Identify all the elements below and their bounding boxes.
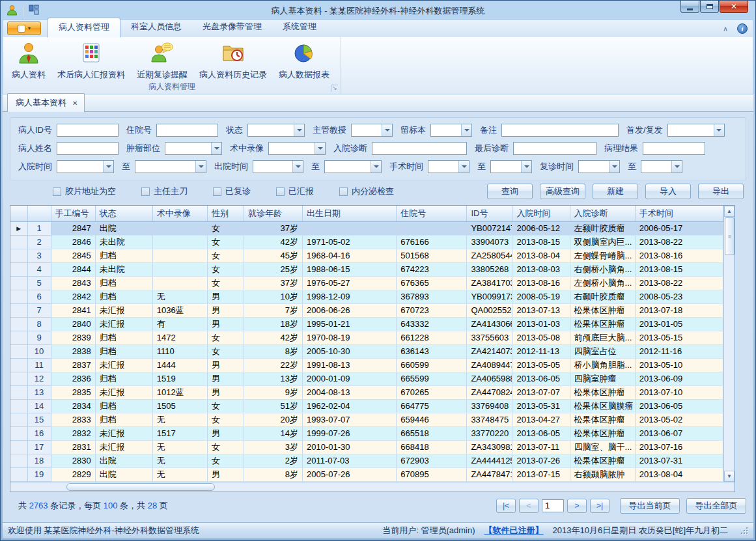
combo-arrow-icon[interactable] <box>315 143 325 154</box>
table-row[interactable]: 172831未汇报无女3岁2010-01-30668418ZA343098120… <box>10 440 723 454</box>
column-header[interactable]: 入院诊断 <box>570 206 635 221</box>
combo-arrow-icon[interactable] <box>609 161 619 173</box>
action-button-1[interactable]: 查询 <box>487 184 533 199</box>
resize-grip-icon[interactable] <box>741 527 748 534</box>
ribbon-button-3[interactable]: 近期复诊提醒 <box>131 39 193 82</box>
filter-input-2-5[interactable] <box>513 142 596 155</box>
table-row[interactable]: 92839归档1472女42岁1970-08-19661228337556032… <box>10 331 723 344</box>
table-row[interactable]: 102838归档1110女8岁2005-10-30636143ZA4214073… <box>10 344 723 358</box>
ribbon-button-4[interactable]: 病人资料历史记录 <box>193 39 273 82</box>
filter-input-1-2[interactable] <box>156 124 218 137</box>
column-header[interactable]: 术中录像 <box>152 206 207 221</box>
filter-input-1-1[interactable] <box>57 124 119 137</box>
combo-arrow-icon[interactable] <box>103 161 113 173</box>
filter-combo-2-2[interactable] <box>165 142 222 155</box>
column-header[interactable] <box>10 206 27 221</box>
ribbon-button-1[interactable]: 病人资料 <box>6 39 51 82</box>
doc-tab-close-icon[interactable]: ✕ <box>72 100 77 107</box>
next-page-button[interactable]: > <box>567 499 587 513</box>
filter-input-2-6[interactable] <box>643 142 705 155</box>
filter-combo-3-4[interactable] <box>324 160 382 173</box>
checkbox-box[interactable] <box>53 187 61 196</box>
page-number-input[interactable] <box>542 499 564 512</box>
first-page-button[interactable]: |< <box>496 499 516 513</box>
vertical-scroll-thumb[interactable]: ≡ <box>725 217 735 255</box>
last-page-button[interactable]: >| <box>590 499 609 513</box>
filter-combo-1-4[interactable] <box>351 124 393 137</box>
combo-arrow-icon[interactable] <box>294 124 304 136</box>
info-icon[interactable]: i <box>737 23 748 34</box>
horizontal-scroll-thumb[interactable] <box>66 483 215 491</box>
app-menu-button[interactable]: ▾ <box>7 21 41 35</box>
column-header[interactable] <box>27 206 51 221</box>
ribbon-tab-4[interactable]: 系统管理 <box>272 18 327 37</box>
scroll-down-icon[interactable]: ▼ <box>724 471 735 482</box>
filter-combo-3-2[interactable] <box>135 160 206 173</box>
table-row[interactable]: 132835未汇报1012蓝男9岁2004-08-13670265ZA44708… <box>10 385 723 399</box>
column-header[interactable]: 入院时间 <box>512 206 570 221</box>
action-button-4[interactable]: 导入 <box>645 184 691 199</box>
table-row[interactable]: 32845归档女45岁1968-04-16501568ZA25805442013… <box>10 249 723 262</box>
column-header[interactable]: 性别 <box>207 206 244 221</box>
filter-input-2-4[interactable] <box>372 142 467 155</box>
combo-arrow-icon[interactable] <box>195 161 206 173</box>
filter-combo-3-7[interactable] <box>578 160 620 173</box>
column-header[interactable]: 状态 <box>95 206 152 221</box>
dialog-launcher-icon[interactable]: ↘ <box>331 85 338 92</box>
table-row[interactable]: 62842归档无男10岁1998-12-09367893YB0099173200… <box>10 290 723 303</box>
ribbon-button-5[interactable]: 病人数据报表 <box>273 39 335 82</box>
ribbon-button-2[interactable]: 术后病人汇报资料 <box>51 39 131 82</box>
doc-tab-patient-basic-info[interactable]: 病人基本资料 ✕ <box>7 93 85 112</box>
table-row[interactable]: 142834归档1505女51岁1962-02-0466477533769408… <box>10 399 723 413</box>
filter-combo-3-1[interactable] <box>57 160 114 173</box>
filter-input-1-6[interactable] <box>501 124 619 137</box>
export-all-pages-button[interactable]: 导出全部页 <box>686 498 746 514</box>
ribbon-tab-3[interactable]: 光盘录像带管理 <box>192 18 272 37</box>
combo-arrow-icon[interactable] <box>211 143 221 154</box>
column-header[interactable]: ID号 <box>467 206 512 221</box>
table-row[interactable]: 162832未汇报1517男14岁1999-07-266655183377022… <box>10 426 723 440</box>
filter-input-2-1[interactable] <box>57 142 119 155</box>
close-button[interactable]: ✕ <box>720 1 748 13</box>
column-header[interactable]: 住院号 <box>397 206 467 221</box>
combo-arrow-icon[interactable] <box>458 161 469 173</box>
filter-combo-1-3[interactable] <box>247 124 305 137</box>
action-button-2[interactable]: 高级查询 <box>540 184 585 199</box>
table-row[interactable]: 152833归档无女20岁1993-07-0765944633748475201… <box>10 413 723 426</box>
table-row[interactable]: 182830出院无女2岁2011-07-03672903ZA4444125201… <box>10 454 723 467</box>
table-row[interactable]: 112837未汇报1444男22岁1991-08-13660599ZA40894… <box>10 358 723 372</box>
maximize-button[interactable] <box>700 1 719 13</box>
column-header[interactable]: 出生日期 <box>303 206 397 221</box>
prev-page-button[interactable]: < <box>519 499 539 513</box>
checkbox-box[interactable] <box>276 187 285 196</box>
combo-arrow-icon[interactable] <box>521 161 531 173</box>
checkbox-5[interactable]: 内分泌检查 <box>339 186 394 197</box>
checkbox-box[interactable] <box>213 187 221 196</box>
table-row[interactable]: ▶12847出院女37岁YB00721472006-05-12左额叶胶质瘤200… <box>10 221 723 235</box>
scroll-up-icon[interactable]: ▲ <box>724 206 735 217</box>
checkbox-1[interactable]: 胶片地址为空 <box>53 186 116 197</box>
filter-combo-1-7[interactable] <box>667 124 725 137</box>
registered-link[interactable]: 【软件已注册】 <box>484 525 544 536</box>
export-current-page-button[interactable]: 导出当前页 <box>620 498 680 514</box>
checkbox-box[interactable] <box>141 187 150 196</box>
combo-arrow-icon[interactable] <box>714 124 724 136</box>
filter-combo-3-3[interactable] <box>253 160 303 173</box>
ribbon-tab-2[interactable]: 科室人员信息 <box>120 18 192 37</box>
column-header[interactable]: 手工编号 <box>51 206 95 221</box>
checkbox-3[interactable]: 已复诊 <box>213 186 251 197</box>
filter-combo-3-5[interactable] <box>428 160 469 173</box>
combo-arrow-icon[interactable] <box>292 161 303 173</box>
table-row[interactable]: 82840未汇报有男18岁1995-01-21643332ZA414306620… <box>10 317 723 331</box>
table-row[interactable]: 122836归档1519男13岁2000-01-09665599ZA406598… <box>10 372 723 385</box>
table-row[interactable]: 22846未出院女42岁1971-05-02676166339040732013… <box>10 235 723 249</box>
combo-arrow-icon[interactable] <box>382 124 392 136</box>
table-row[interactable]: 42844未出院女25岁1988-06-15674223338052682013… <box>10 262 723 276</box>
ribbon-tab-1[interactable]: 病人资料管理 <box>48 18 120 38</box>
checkbox-2[interactable]: 主任主刀 <box>141 186 188 197</box>
checkbox-4[interactable]: 已汇报 <box>276 186 314 197</box>
combo-arrow-icon[interactable] <box>671 161 682 173</box>
column-header[interactable]: 手术时间 <box>635 206 723 221</box>
action-button-5[interactable]: 导出 <box>698 184 744 199</box>
table-row[interactable]: 192829出院无男8岁2005-07-26670895ZA4478471201… <box>10 467 723 481</box>
